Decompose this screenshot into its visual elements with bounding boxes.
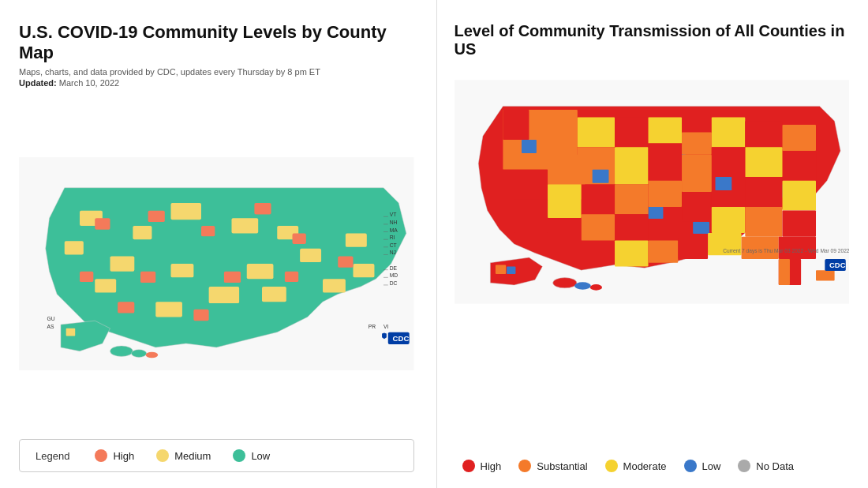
- svg-rect-81: [745, 147, 782, 177]
- svg-rect-93: [615, 214, 648, 240]
- svg-rect-86: [682, 192, 712, 222]
- svg-text:Current 7 days is Thu Mar 03 2: Current 7 days is Thu Mar 03 2022 - Wed …: [723, 248, 849, 254]
- legend-item-high: High: [95, 449, 134, 462]
- svg-rect-87: [711, 207, 744, 233]
- svg-rect-88: [745, 177, 782, 207]
- high-label: High: [113, 450, 134, 462]
- svg-text:CT: CT: [390, 242, 397, 248]
- svg-rect-18: [95, 219, 110, 230]
- svg-rect-90: [782, 181, 815, 211]
- right-legend-nodata: No Data: [738, 460, 794, 472]
- svg-rect-2: [133, 226, 152, 239]
- svg-text:MD: MD: [390, 273, 398, 279]
- svg-rect-92: [615, 185, 648, 215]
- svg-rect-91: [782, 211, 815, 237]
- svg-rect-94: [581, 185, 614, 215]
- medium-dot: [156, 449, 169, 462]
- svg-point-109: [552, 278, 576, 288]
- r-high-label: High: [481, 460, 502, 472]
- svg-rect-9: [300, 249, 321, 262]
- r-nodata-dot: [738, 460, 750, 472]
- r-substantial-dot: [518, 460, 531, 472]
- low-label: Low: [251, 450, 270, 462]
- svg-text:NH: NH: [390, 220, 398, 225]
- r-low-label: Low: [702, 460, 721, 472]
- svg-text:DC: DC: [390, 280, 398, 286]
- panel-divider: [436, 0, 437, 488]
- svg-rect-21: [254, 203, 271, 214]
- left-subtitle: Maps, charts, and data provided by CDC, …: [19, 67, 414, 77]
- svg-rect-7: [171, 264, 194, 277]
- svg-text:GU: GU: [47, 317, 55, 322]
- svg-rect-25: [285, 272, 298, 282]
- right-panel: Level of Community Transmission of All C…: [440, 0, 869, 488]
- left-legend-items: High Medium Low: [95, 449, 270, 462]
- svg-rect-74: [693, 222, 709, 234]
- svg-point-111: [589, 284, 601, 291]
- svg-rect-84: [648, 144, 681, 181]
- r-moderate-dot: [605, 460, 618, 472]
- left-map-svg: VT NH MA RI CT NJ DE MD DC GU AS PR: [19, 149, 414, 378]
- svg-rect-22: [293, 234, 306, 244]
- medium-label: Medium: [174, 450, 211, 462]
- svg-rect-107: [495, 265, 505, 274]
- svg-rect-68: [592, 170, 608, 183]
- svg-rect-10: [209, 287, 240, 303]
- svg-rect-82: [711, 147, 744, 177]
- svg-rect-80: [782, 151, 815, 181]
- svg-rect-28: [193, 310, 208, 321]
- svg-text:VI: VI: [383, 324, 388, 329]
- right-legend: High Substantial Moderate Low No Data: [455, 460, 850, 472]
- r-moderate-label: Moderate: [623, 460, 667, 472]
- svg-rect-108: [507, 266, 515, 273]
- svg-text:RI: RI: [390, 235, 395, 241]
- svg-rect-8: [247, 264, 274, 279]
- svg-rect-77: [711, 118, 744, 148]
- right-legend-low: Low: [684, 460, 721, 472]
- svg-rect-19: [148, 211, 165, 222]
- svg-text:CDC: CDC: [829, 261, 846, 269]
- svg-rect-11: [155, 302, 182, 317]
- svg-rect-85: [648, 181, 681, 207]
- updated-label: Updated:: [19, 78, 57, 88]
- updated-date: March 10, 2022: [59, 78, 119, 88]
- svg-rect-30: [66, 328, 76, 336]
- svg-rect-67: [521, 140, 536, 153]
- svg-rect-14: [354, 264, 375, 277]
- legend-item-medium: Medium: [156, 449, 211, 462]
- svg-rect-83: [682, 155, 712, 192]
- right-title: Level of Community Transmission of All C…: [455, 22, 850, 58]
- right-map-svg: Current 7 days is Thu Mar 03 2022 - Wed …: [455, 69, 850, 314]
- svg-point-32: [131, 350, 146, 358]
- svg-text:PR: PR: [369, 324, 376, 329]
- svg-text:NJ: NJ: [390, 250, 396, 256]
- svg-rect-29: [80, 272, 93, 282]
- svg-text:DE: DE: [390, 265, 398, 271]
- svg-rect-101: [678, 237, 708, 259]
- left-legend-box: Legend High Medium Low: [19, 439, 414, 472]
- svg-rect-95: [581, 214, 614, 240]
- svg-rect-66: [615, 147, 648, 184]
- svg-rect-99: [615, 240, 648, 266]
- right-legend-moderate: Moderate: [605, 460, 667, 472]
- right-legend-substantial: Substantial: [518, 460, 587, 472]
- svg-rect-65: [615, 118, 648, 148]
- svg-rect-73: [648, 207, 663, 219]
- svg-rect-75: [648, 118, 681, 144]
- svg-rect-16: [65, 242, 84, 255]
- left-title: U.S. COVID-19 Community Levels by County…: [19, 22, 414, 64]
- svg-point-110: [574, 282, 591, 289]
- svg-rect-76: [682, 132, 712, 154]
- legend-item-low: Low: [233, 449, 270, 462]
- svg-rect-62: [503, 110, 529, 140]
- svg-rect-6: [110, 257, 135, 272]
- svg-rect-100: [648, 240, 678, 262]
- r-high-dot: [462, 460, 475, 472]
- svg-rect-70: [715, 177, 731, 190]
- left-panel: U.S. COVID-19 Community Levels by County…: [0, 0, 433, 488]
- svg-rect-26: [338, 257, 353, 268]
- r-substantial-label: Substantial: [537, 460, 587, 472]
- svg-text:AS: AS: [47, 324, 54, 329]
- svg-text:CDC: CDC: [393, 335, 410, 343]
- svg-rect-96: [548, 185, 581, 218]
